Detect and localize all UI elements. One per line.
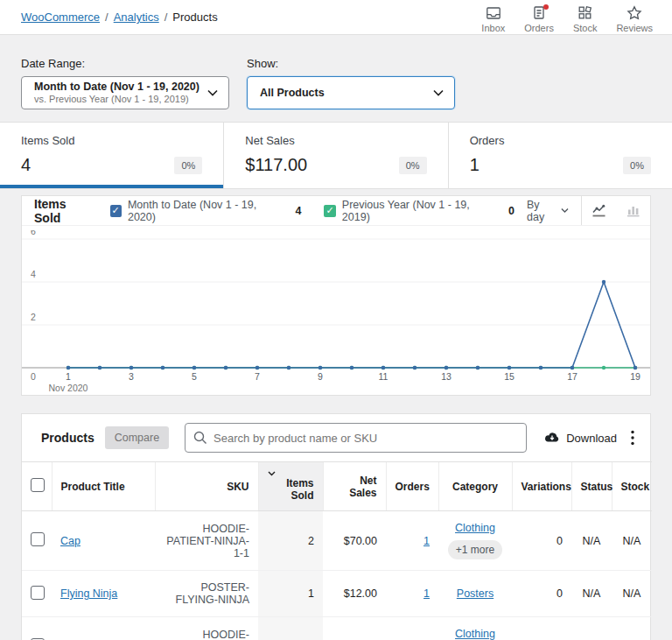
select-all-header (22, 462, 52, 511)
product-title-link[interactable]: Flying Ninja (60, 587, 117, 600)
row-select-cell (22, 511, 52, 571)
chevron-down-icon (207, 89, 218, 96)
table-row: Flying NinjaPOSTER-FLYING-NINJA1$12.001P… (22, 571, 652, 617)
legend-label: Month to Date (Nov 1 - 19, 2020) (128, 199, 282, 223)
orders-count-link[interactable]: 1 (424, 587, 430, 600)
stock-cell: N/A (612, 617, 652, 640)
report-filters: Date Range: Month to Date (Nov 1 - 19, 2… (21, 57, 651, 109)
svg-text:Nov 2020: Nov 2020 (49, 383, 88, 393)
category-cell: Posters (438, 571, 512, 617)
breadcrumb-woocommerce[interactable]: WooCommerce (21, 11, 100, 24)
row-select-cell (22, 571, 52, 617)
date-range-filter: Date Range: Month to Date (Nov 1 - 19, 2… (21, 57, 229, 109)
svg-text:3: 3 (129, 371, 134, 382)
column-header-variations[interactable]: Variations (512, 462, 571, 511)
download-button[interactable]: Download (544, 432, 617, 445)
cloud-download-icon (544, 432, 560, 444)
net-sales-cell: $70.00 (323, 511, 386, 571)
row-checkbox[interactable] (31, 532, 45, 546)
legend-value: 0 (508, 205, 514, 217)
sort-desc-icon (268, 471, 314, 476)
column-header-items-sold[interactable]: Items Sold (258, 462, 323, 511)
summary-card-orders[interactable]: Orders 1 0% (449, 123, 672, 188)
table-header-row: Product Title SKU Items Sold Net Sales O… (22, 462, 652, 511)
date-range-select[interactable]: Month to Date (Nov 1 - 19, 2020) vs. Pre… (21, 76, 229, 109)
legend-item-previous-period[interactable]: ✓ Previous Year (Nov 1 - 19, 2019) 0 (324, 199, 514, 223)
activity-panel: Inbox Orders Stock (481, 2, 653, 33)
legend-checkbox-previous[interactable]: ✓ (324, 205, 335, 217)
sku-cell: HOODIE-PATIENT-NINJA-1 (155, 617, 258, 640)
activity-reviews-label: Reviews (616, 23, 653, 33)
chart-header: Items Sold ✓ Month to Date (Nov 1 - 19, … (22, 196, 650, 226)
bar-chart-button[interactable] (616, 196, 650, 225)
reviews-icon (626, 5, 642, 21)
table-row: Happy SmileHOODIE-PATIENT-NINJA-11$35.00… (22, 617, 652, 640)
products-panel: Products Compare Download (21, 413, 651, 640)
svg-text:17: 17 (567, 371, 578, 382)
chart-area[interactable]: 0246135791113151719Nov 2020 (22, 226, 650, 395)
net-sales-cell: $35.00 (323, 617, 386, 640)
activity-orders-button[interactable]: Orders (524, 2, 554, 33)
items-sold-cell: 2 (258, 511, 323, 571)
activity-stock-button[interactable]: Stock (573, 2, 598, 33)
status-cell: N/A (571, 511, 612, 571)
product-title-cell: Happy Smile (52, 617, 155, 640)
stock-icon (578, 5, 592, 21)
search-input[interactable] (185, 423, 527, 453)
top-bar: WooCommerce / Analytics / Products Inbox (0, 0, 672, 35)
ellipsis-menu-icon[interactable] (631, 430, 634, 446)
interval-select[interactable]: By day (514, 196, 581, 225)
column-header-status[interactable]: Status (571, 462, 612, 511)
product-title-link[interactable]: Cap (60, 535, 80, 547)
category-more-badge[interactable]: +1 more (448, 540, 502, 559)
breadcrumb-separator: / (105, 11, 108, 24)
category-link[interactable]: Posters (457, 587, 494, 600)
interval-label: By day (527, 199, 556, 223)
activity-inbox-button[interactable]: Inbox (481, 2, 505, 33)
chart-panel: Items Sold ✓ Month to Date (Nov 1 - 19, … (21, 195, 651, 396)
activity-reviews-button[interactable]: Reviews (616, 2, 653, 33)
show-select[interactable]: All Products (247, 76, 455, 109)
items-sold-line-chart: 0246135791113151719Nov 2020 (22, 230, 650, 395)
category-link[interactable]: Clothing (455, 522, 495, 534)
column-header-sku[interactable]: SKU (155, 462, 258, 511)
summary-card-items-sold[interactable]: Items Sold 4 0% (0, 123, 224, 188)
search-icon (192, 430, 208, 446)
show-label: Show: (247, 57, 455, 70)
legend-label: Previous Year (Nov 1 - 19, 2019) (342, 199, 494, 223)
orders-unread-badge (543, 4, 549, 10)
legend-checkbox-current[interactable]: ✓ (110, 205, 122, 217)
activity-orders-label: Orders (524, 23, 554, 33)
svg-text:7: 7 (255, 371, 260, 382)
row-checkbox[interactable] (31, 586, 45, 600)
card-delta-badge: 0% (399, 157, 427, 174)
column-header-product-title[interactable]: Product Title (52, 462, 155, 511)
card-label: Orders (470, 134, 651, 147)
legend-item-current-period[interactable]: ✓ Month to Date (Nov 1 - 19, 2020) 4 (110, 199, 302, 223)
orders-count-link[interactable]: 1 (424, 535, 430, 547)
orders-icon (532, 5, 546, 21)
breadcrumb-analytics[interactable]: Analytics (114, 11, 159, 24)
table-row: CapHOODIE-PATIENT-NINJA-1-12$70.001Cloth… (22, 511, 652, 571)
svg-text:9: 9 (318, 371, 323, 382)
summary-card-net-sales[interactable]: Net Sales $117.00 0% (224, 123, 448, 188)
products-title: Products (41, 431, 94, 445)
column-header-stock[interactable]: Stock (612, 462, 652, 511)
stock-cell: N/A (612, 511, 652, 571)
compare-button[interactable]: Compare (105, 426, 169, 449)
column-header-net-sales[interactable]: Net Sales (323, 462, 386, 511)
category-link[interactable]: Clothing (455, 628, 495, 640)
column-header-category[interactable]: Category (438, 462, 512, 511)
orders-cell: 1 (386, 511, 438, 571)
svg-text:11: 11 (379, 371, 388, 382)
category-cell: Clothing+1 more (438, 617, 512, 640)
date-range-value: Month to Date (Nov 1 - 19, 2020) (34, 81, 200, 93)
chevron-down-icon (561, 207, 569, 214)
select-all-checkbox[interactable] (31, 478, 45, 492)
card-value: 1 (470, 155, 480, 175)
line-chart-button[interactable] (582, 196, 616, 225)
chevron-down-icon (433, 89, 444, 96)
date-range-comparison: vs. Previous Year (Nov 1 - 19, 2019) (34, 94, 200, 105)
download-label: Download (566, 432, 617, 445)
column-header-orders[interactable]: Orders (386, 462, 438, 511)
